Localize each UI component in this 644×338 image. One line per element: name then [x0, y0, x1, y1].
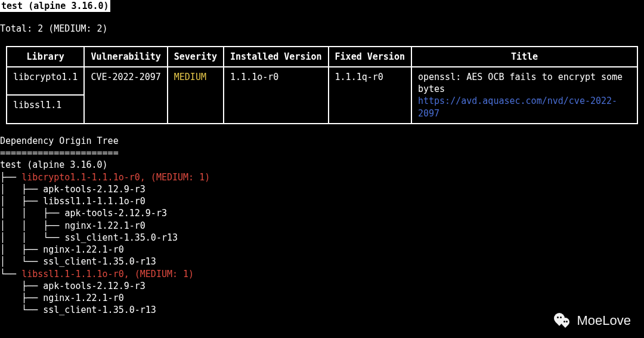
scan-target-header: test (alpine 3.16.0): [0, 0, 110, 12]
vuln-link[interactable]: https://avd.aquasec.com/nvd/cve-2022-209…: [418, 96, 617, 118]
tree-root: test (alpine 3.16.0): [0, 159, 108, 170]
tree-node: apk-tools-2.12.9-r3: [43, 184, 145, 195]
col-fixed: Fixed Version: [329, 47, 411, 67]
tree-node: apk-tools-2.12.9-r3: [64, 208, 167, 219]
total-summary: Total: 2 (MEDIUM: 2): [0, 23, 644, 35]
cell-severity: MEDIUM: [168, 67, 224, 124]
tree-node: nginx-1.22.1-r0: [43, 293, 123, 303]
wechat-icon: [554, 313, 572, 328]
col-library: Library: [7, 47, 84, 67]
tree-node: ssl_client-1.35.0-r13: [64, 232, 178, 243]
tree-divider: ======================: [0, 147, 644, 159]
vulnerability-table: Library Vulnerability Severity Installed…: [6, 46, 638, 124]
watermark: MoeLove: [554, 312, 631, 330]
col-installed: Installed Version: [224, 47, 329, 67]
watermark-text: MoeLove: [577, 312, 631, 330]
tree-node: nginx-1.22.1-r0: [43, 244, 123, 255]
cell-library: libcrypto1.1: [7, 67, 84, 96]
dependency-tree: test (alpine 3.16.0) ├── libcrypto1.1-1.…: [0, 159, 644, 316]
tree-node: nginx-1.22.1-r0: [64, 220, 145, 231]
tree-node: apk-tools-2.12.9-r3: [43, 281, 145, 291]
table-header-row: Library Vulnerability Severity Installed…: [7, 47, 637, 67]
table-row: libcrypto1.1 CVE-2022-2097 MEDIUM 1.1.1o…: [7, 67, 637, 96]
tree-node-vuln: libcrypto1.1-1.1.1o-r0, (MEDIUM: 1): [21, 172, 210, 183]
cell-vulnerability: CVE-2022-2097: [84, 67, 167, 124]
tree-node: ssl_client-1.35.0-r13: [43, 305, 156, 315]
col-vulnerability: Vulnerability: [84, 47, 167, 67]
cell-title: openssl: AES OCB fails to encrypt some b…: [411, 67, 637, 124]
tree-node: libssl1.1-1.1.1o-r0: [43, 196, 145, 207]
col-severity: Severity: [168, 47, 224, 67]
terminal-output: test (alpine 3.16.0) Total: 2 (MEDIUM: 2…: [0, 0, 644, 317]
cell-fixed: 1.1.1q-r0: [329, 67, 411, 124]
tree-node-vuln: libssl1.1-1.1.1o-r0, (MEDIUM: 1): [21, 269, 194, 279]
vuln-title-text: openssl: AES OCB fails to encrypt some b…: [418, 72, 623, 94]
tree-node: ssl_client-1.35.0-r13: [43, 256, 156, 267]
tree-title: Dependency Origin Tree: [0, 135, 644, 147]
cell-installed: 1.1.1o-r0: [224, 67, 329, 124]
cell-library: libssl1.1: [7, 95, 84, 124]
col-title: Title: [411, 47, 637, 67]
